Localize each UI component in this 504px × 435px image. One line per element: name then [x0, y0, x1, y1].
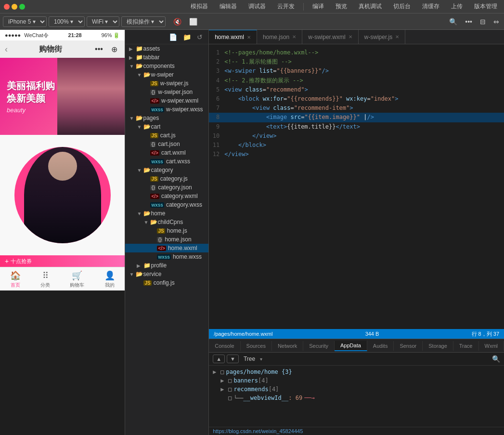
- btn-real-debug[interactable]: 真机调试: [356, 1, 385, 12]
- tab-wswiper-wxml[interactable]: w-swiper.wxml ✕: [302, 30, 358, 44]
- count-recommends: [4]: [269, 386, 279, 393]
- tree-dropdown-icon[interactable]: ▾: [260, 356, 262, 362]
- menu-simulator[interactable]: 模拟器: [188, 1, 211, 12]
- tree-item-cart-wxss[interactable]: wxsscart.wxss: [125, 157, 208, 166]
- tab-home-wxml-close[interactable]: ✕: [247, 35, 251, 40]
- tree-item-w-swiper-wxml[interactable]: </>w-swiper.wxml: [125, 96, 208, 105]
- folder-icon: 📁: [143, 262, 151, 269]
- debug-footer: https://blog.csdn.net/weixin_45824445: [209, 427, 504, 435]
- tree-item-category-wxss[interactable]: wxsscategory.wxss: [125, 200, 208, 209]
- tab-wswiper-js-close[interactable]: ✕: [395, 34, 399, 40]
- iphone-select[interactable]: iPhone 5 ▾: [3, 16, 47, 27]
- new-folder-btn[interactable]: 📁: [181, 32, 193, 42]
- json-icon: {}: [150, 90, 156, 95]
- tree-item-home-json[interactable]: {}home.json: [125, 235, 208, 244]
- tree-item-w-swiper-json[interactable]: {}w-swiper.json: [125, 88, 208, 96]
- expand-recommends[interactable]: ▶: [220, 386, 228, 393]
- expand-banners[interactable]: ▶: [220, 377, 228, 384]
- bracket-3: □: [228, 395, 232, 401]
- tree-item-childCpns[interactable]: ▼📂childCpns: [125, 218, 208, 226]
- new-file-btn[interactable]: 📄: [167, 32, 179, 42]
- tree-arrow: ▼: [143, 220, 150, 225]
- menu-debugger[interactable]: 调试器: [246, 1, 269, 12]
- tree-item-w-swiper[interactable]: ▼📂w-swiper: [125, 70, 208, 79]
- tree-item-home-wxml[interactable]: </>home.wxml: [125, 244, 208, 252]
- tab-home-json-label: home.json: [263, 34, 289, 40]
- toolbar-dots[interactable]: •••: [463, 16, 474, 27]
- tree-item-w-swiper-wxss[interactable]: wxssw-swiper.wxss: [125, 105, 208, 114]
- toolbar-split[interactable]: ⊟: [478, 16, 488, 27]
- tree-item-home-js[interactable]: JShome.js: [125, 226, 208, 235]
- debug-tab-trace[interactable]: Trace: [453, 341, 479, 351]
- nav-cart[interactable]: 🛒 购物车: [70, 270, 84, 289]
- menu-editor[interactable]: 编辑器: [217, 1, 240, 12]
- tab-wswiper-js-label: w-swiper.js: [364, 34, 393, 40]
- screen-icon[interactable]: ⬜: [187, 16, 199, 27]
- tree-item-service[interactable]: ▼📂service: [125, 270, 208, 278]
- tree-item-pages[interactable]: ▼📂pages: [125, 114, 208, 122]
- audio-icon[interactable]: 🔇: [171, 16, 183, 27]
- debug-tab-sensor[interactable]: Sensor: [394, 341, 423, 351]
- tree-item-category[interactable]: ▼📂category: [125, 166, 208, 174]
- debug-tab-storage[interactable]: Storage: [423, 341, 453, 351]
- cart-icon: 🛒: [72, 270, 82, 281]
- simulate-select[interactable]: 模拟操作 ▾: [121, 16, 166, 27]
- refresh-btn[interactable]: ↺: [195, 32, 205, 42]
- btn-preview[interactable]: 预览: [333, 1, 350, 12]
- tree-item-config-js[interactable]: JSconfig.js: [125, 278, 208, 287]
- code-editor[interactable]: 1 <!--pages/home/home.wxml--> 2 <!-- 1.展…: [209, 44, 504, 329]
- js-icon: JS: [150, 81, 158, 86]
- tree-item-home[interactable]: ▼📂home: [125, 209, 208, 218]
- tree-item-assets[interactable]: ▶📁assets: [125, 44, 208, 53]
- debug-tabs: Console Sources Network Security AppData…: [209, 339, 504, 353]
- tree-item-tabbar[interactable]: ▶📁tabbar: [125, 53, 208, 62]
- menu-cloud[interactable]: 云开发: [274, 1, 297, 12]
- tab-home-wxml[interactable]: home.wxml ✕: [209, 30, 257, 44]
- debug-up-btn[interactable]: ▲: [213, 355, 225, 363]
- debug-tab-wxml[interactable]: Wxml: [479, 341, 504, 351]
- debug-content: ▶ □ pages/home/home {3} ▶ □ banners [4] …: [209, 366, 504, 427]
- tab-home-json[interactable]: home.json ✕: [257, 30, 302, 44]
- tab-home-json-close[interactable]: ✕: [292, 34, 296, 40]
- toolbar-expand[interactable]: ⇔: [491, 16, 501, 27]
- tree-item-home-wxss[interactable]: wxsshome.wxss: [125, 252, 208, 261]
- debug-down-btn[interactable]: ▼: [227, 355, 239, 363]
- tree-item-cart[interactable]: ▼📂cart: [125, 122, 208, 131]
- tab-wswiper-js[interactable]: w-swiper.js ✕: [359, 30, 406, 44]
- wifi-select[interactable]: WiFi ▾: [87, 16, 119, 27]
- signal-dots: ●●●●●: [5, 32, 21, 38]
- debug-tab-network[interactable]: Network: [272, 341, 303, 351]
- btn-background[interactable]: 切后台: [390, 1, 414, 12]
- debug-row-3: □ └── __webviewId__ : 69 ──→: [209, 394, 504, 402]
- expand-root[interactable]: ▶: [213, 369, 220, 375]
- btn-version[interactable]: 版本管理: [471, 1, 500, 12]
- tree-item-cart-js[interactable]: JScart.js: [125, 131, 208, 140]
- debug-tab-audits[interactable]: Audits: [367, 341, 394, 351]
- debug-panel: Console Sources Network Security AppData…: [209, 339, 504, 435]
- debug-search-icon[interactable]: 🔍: [492, 355, 500, 363]
- toolbar-search[interactable]: 🔍: [447, 16, 459, 27]
- btn-clear-cache[interactable]: 清缓存: [419, 1, 442, 12]
- tree-item-w-swiper-js[interactable]: JSw-swiper.js: [125, 79, 208, 88]
- debug-tab-appdata[interactable]: AppData: [335, 341, 367, 351]
- nav-home[interactable]: 🏠 首页: [10, 270, 21, 289]
- tab-wswiper-wxml-close[interactable]: ✕: [349, 34, 352, 40]
- nav-profile[interactable]: 👤 我的: [104, 270, 115, 289]
- tree-item-cart-json[interactable]: {}cart.json: [125, 140, 208, 148]
- close-circle-icon[interactable]: ⊕: [108, 43, 120, 55]
- tree-item-cart-wxml[interactable]: </>cart.wxml: [125, 148, 208, 157]
- tree-item-profile[interactable]: ▶📁profile: [125, 261, 208, 270]
- tree-item-category-wxml[interactable]: </>category.wxml: [125, 192, 208, 200]
- debug-tab-security[interactable]: Security: [303, 341, 335, 351]
- tree-item-category-json[interactable]: {}category.json: [125, 183, 208, 192]
- btn-compile[interactable]: 编译: [310, 1, 327, 12]
- tree-item-components[interactable]: ▼📂components: [125, 62, 208, 70]
- btn-upload[interactable]: 上传: [448, 1, 465, 12]
- debug-tab-console[interactable]: Console: [209, 341, 240, 351]
- debug-tab-sources[interactable]: Sources: [241, 341, 272, 351]
- menu-dots-icon[interactable]: •••: [93, 43, 104, 55]
- nav-category[interactable]: ⠿ 分类: [40, 270, 50, 289]
- phone-status-bar: ●●●●● WeChat令 21:28 96% 🔋: [0, 30, 125, 40]
- zoom-select[interactable]: 100% ▾: [49, 16, 85, 27]
- tree-item-category-js[interactable]: JScategory.js: [125, 174, 208, 183]
